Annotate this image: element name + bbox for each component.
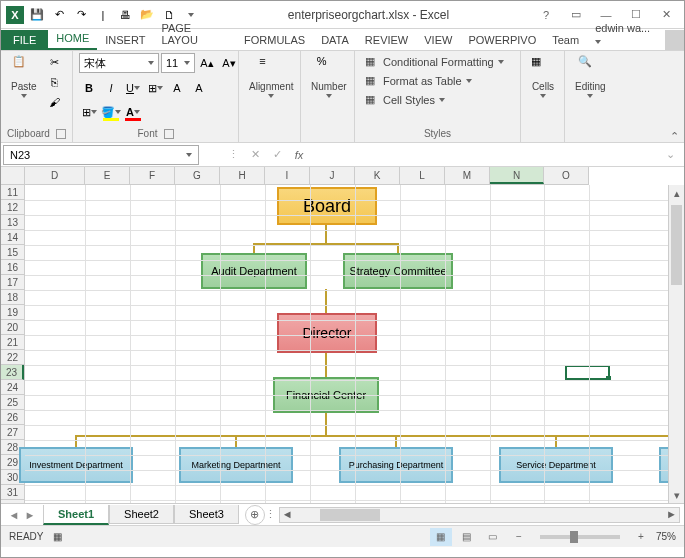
fx-icon[interactable]: fx <box>289 146 309 164</box>
row-header-25[interactable]: 25 <box>1 395 24 410</box>
row-header-21[interactable]: 21 <box>1 335 24 350</box>
copy-icon[interactable]: ⎘ <box>45 73 65 91</box>
horizontal-scrollbar[interactable]: ◄ ► <box>279 507 680 523</box>
collapse-ribbon-icon[interactable]: ⌃ <box>670 130 679 143</box>
row-header-15[interactable]: 15 <box>1 245 24 260</box>
row-header-27[interactable]: 27 <box>1 425 24 440</box>
tab-powerpivot[interactable]: POWERPIVO <box>460 30 544 50</box>
cancel-formula-icon[interactable]: ✕ <box>245 146 265 164</box>
border-button[interactable]: ⊞ <box>145 79 165 97</box>
cell-styles-button[interactable]: ▦Cell Styles <box>361 91 508 109</box>
node-strategy[interactable]: Strategy Committee <box>343 253 453 289</box>
zoom-in-icon[interactable]: + <box>630 528 652 546</box>
row-header-23[interactable]: 23 <box>1 365 24 380</box>
help-icon[interactable]: ? <box>532 5 560 25</box>
row-header-26[interactable]: 26 <box>1 410 24 425</box>
zoom-out-icon[interactable]: − <box>508 528 530 546</box>
conditional-formatting-button[interactable]: ▦Conditional Formatting <box>361 53 508 71</box>
shrink-font-icon[interactable]: A▾ <box>219 54 239 72</box>
col-header-N[interactable]: N <box>490 167 544 184</box>
cut-icon[interactable]: ✂ <box>45 53 65 71</box>
italic-button[interactable]: I <box>101 79 121 97</box>
node-director[interactable]: Director <box>277 313 377 353</box>
col-header-G[interactable]: G <box>175 167 220 184</box>
active-cell[interactable] <box>565 365 610 380</box>
node-board[interactable]: Board <box>277 187 377 225</box>
row-header-17[interactable]: 17 <box>1 275 24 290</box>
ribbon-options-icon[interactable]: ▭ <box>562 5 590 25</box>
col-header-K[interactable]: K <box>355 167 400 184</box>
sheet-tab-3[interactable]: Sheet3 <box>174 505 239 524</box>
tab-pagelayout[interactable]: PAGE LAYOU <box>153 18 236 50</box>
add-sheet-icon[interactable]: ⊕ <box>245 505 265 525</box>
alignment-button[interactable]: ≡Alignment <box>245 53 297 100</box>
row-header-16[interactable]: 16 <box>1 260 24 275</box>
row-header-32[interactable]: 32 <box>1 500 24 503</box>
normal-view-icon[interactable]: ▦ <box>430 528 452 546</box>
worksheet-grid[interactable]: DEFGHIJKLMNO 111213141516171819202122232… <box>1 167 684 503</box>
redo-icon[interactable]: ↷ <box>71 5 91 25</box>
col-header-H[interactable]: H <box>220 167 265 184</box>
page-layout-view-icon[interactable]: ▤ <box>456 528 478 546</box>
sheet-nav-prev-icon[interactable]: ◄ <box>7 508 21 522</box>
tab-view[interactable]: VIEW <box>416 30 460 50</box>
row-header-31[interactable]: 31 <box>1 485 24 500</box>
row-header-14[interactable]: 14 <box>1 230 24 245</box>
node-investment[interactable]: Investment Department <box>19 447 133 483</box>
format-painter-icon[interactable]: 🖌 <box>45 93 65 111</box>
paste-button[interactable]: 📋 Paste <box>7 53 41 100</box>
border2-button[interactable]: ⊞ <box>79 103 99 121</box>
node-audit[interactable]: Audit Department <box>201 253 307 289</box>
undo-icon[interactable]: ↶ <box>49 5 69 25</box>
format-as-table-button[interactable]: ▦Format as Table <box>361 72 508 90</box>
row-header-11[interactable]: 11 <box>1 185 24 200</box>
fill-color-button[interactable]: 🪣 <box>101 103 121 121</box>
macro-record-icon[interactable]: ▦ <box>53 531 62 542</box>
col-header-L[interactable]: L <box>400 167 445 184</box>
col-header-I[interactable]: I <box>265 167 310 184</box>
col-header-O[interactable]: O <box>544 167 589 184</box>
tab-home[interactable]: HOME <box>48 28 97 50</box>
node-marketing[interactable]: Marketing Department <box>179 447 293 483</box>
font-grow2-icon[interactable]: A <box>167 79 187 97</box>
formula-input[interactable] <box>315 145 660 165</box>
clipboard-launcher[interactable] <box>56 129 66 139</box>
tab-file[interactable]: FILE <box>1 30 48 50</box>
tab-team[interactable]: Team <box>544 30 587 50</box>
zoom-level[interactable]: 75% <box>656 531 676 542</box>
col-header-J[interactable]: J <box>310 167 355 184</box>
node-purchasing[interactable]: Purchasing Department <box>339 447 453 483</box>
tab-data[interactable]: DATA <box>313 30 357 50</box>
vscroll-thumb[interactable] <box>671 205 682 285</box>
zoom-slider[interactable] <box>540 535 620 539</box>
fbar-dropdown-icon[interactable]: ⋮ <box>223 146 243 164</box>
font-name-select[interactable]: 宋体 <box>79 53 159 73</box>
col-header-F[interactable]: F <box>130 167 175 184</box>
tab-review[interactable]: REVIEW <box>357 30 416 50</box>
excel-icon[interactable]: X <box>5 5 25 25</box>
row-header-20[interactable]: 20 <box>1 320 24 335</box>
col-header-D[interactable]: D <box>25 167 85 184</box>
col-header-M[interactable]: M <box>445 167 490 184</box>
row-header-24[interactable]: 24 <box>1 380 24 395</box>
font-color-button[interactable]: A <box>123 103 143 121</box>
row-header-19[interactable]: 19 <box>1 305 24 320</box>
row-header-22[interactable]: 22 <box>1 350 24 365</box>
editing-button[interactable]: 🔍Editing <box>571 53 610 100</box>
scroll-down-icon[interactable]: ▾ <box>669 487 684 503</box>
bold-button[interactable]: B <box>79 79 99 97</box>
tab-formulas[interactable]: FORMULAS <box>236 30 313 50</box>
avatar[interactable] <box>665 30 684 50</box>
row-header-18[interactable]: 18 <box>1 290 24 305</box>
font-launcher[interactable] <box>164 129 174 139</box>
name-box[interactable]: N23 <box>3 145 199 165</box>
row-header-12[interactable]: 12 <box>1 200 24 215</box>
col-header-E[interactable]: E <box>85 167 130 184</box>
node-service[interactable]: Service Department <box>499 447 613 483</box>
row-header-13[interactable]: 13 <box>1 215 24 230</box>
user-name[interactable]: edwin wa... <box>587 18 665 50</box>
expand-formula-icon[interactable]: ⌄ <box>660 146 680 164</box>
hscroll-thumb[interactable] <box>320 509 380 521</box>
tab-insert[interactable]: INSERT <box>97 30 153 50</box>
font-size-select[interactable]: 11 <box>161 53 195 73</box>
